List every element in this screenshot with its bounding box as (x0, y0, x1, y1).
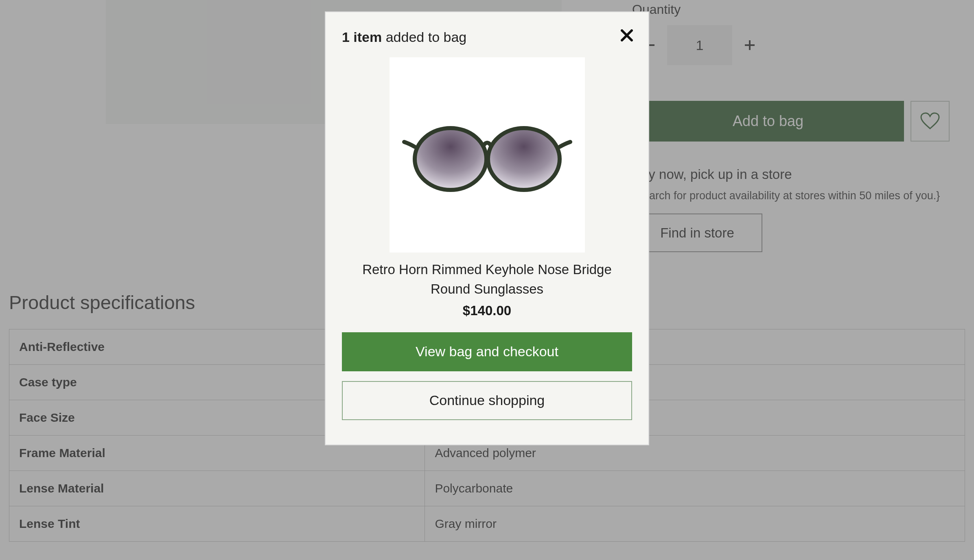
modal-product-image (390, 57, 585, 253)
svg-point-6 (488, 128, 560, 190)
modal-item-count: 1 item (342, 29, 382, 45)
close-icon (621, 29, 633, 41)
added-to-bag-modal: 1 item added to bag (325, 11, 649, 445)
modal-overlay[interactable]: 1 item added to bag (0, 0, 974, 560)
modal-title-suffix: added to bag (382, 29, 466, 45)
modal-title: 1 item added to bag (342, 29, 632, 45)
modal-product-name: Retro Horn Rimmed Keyhole Nose Bridge Ro… (349, 260, 626, 299)
continue-shopping-label: Continue shopping (429, 392, 545, 408)
close-button[interactable] (621, 29, 633, 43)
svg-point-5 (415, 128, 486, 190)
modal-product-price: $140.00 (342, 303, 632, 318)
view-bag-button[interactable]: View bag and checkout (342, 332, 632, 371)
continue-shopping-button[interactable]: Continue shopping (342, 381, 632, 420)
view-bag-label: View bag and checkout (416, 344, 558, 360)
